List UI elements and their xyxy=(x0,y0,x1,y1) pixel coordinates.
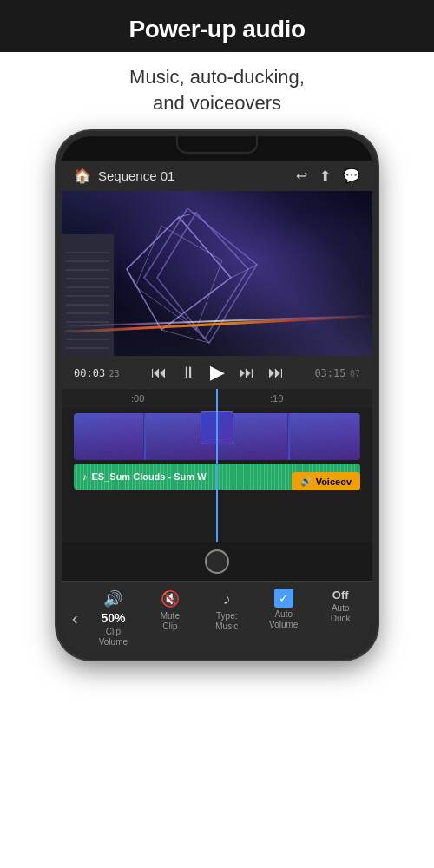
mute-icon: 🔇 xyxy=(161,589,180,609)
phone-wrapper: 🏠 Sequence 01 ↩ ⬆ 💬 xyxy=(0,131,434,660)
bottom-toolbar: ‹ 🔊 50% ClipVolume 🔇 MuteClip ♪ Type:Mus… xyxy=(62,581,372,654)
phone-notch xyxy=(62,136,372,161)
clip-volume-label: ClipVolume xyxy=(99,627,128,648)
timecode-bar: 00:03 23 ⏮ ⏸ ▶ ⏭ ⏭ 03:15 07 xyxy=(62,356,372,389)
timeline-ruler: :00 :10 xyxy=(62,389,372,408)
step-back-icon[interactable]: ⏸ xyxy=(181,364,196,382)
header-title: Power-up audio xyxy=(17,16,417,43)
home-icon[interactable]: 🏠 xyxy=(74,168,91,184)
skip-to-start-icon[interactable]: ⏮ xyxy=(151,364,167,382)
header-banner: Power-up audio xyxy=(0,0,434,52)
auto-duck-label: AutoDuck xyxy=(331,603,351,624)
video-thumb-4 xyxy=(290,413,360,460)
timecode-current: 00:03 23 xyxy=(74,365,120,380)
timeline-playhead-line xyxy=(216,389,218,408)
music-track-label: ♪ ES_Sum Clouds - Sum W xyxy=(82,471,207,482)
share-icon[interactable]: ⬆ xyxy=(319,168,331,184)
voiceover-icon: 🔊 xyxy=(300,476,312,487)
video-preview xyxy=(62,191,372,356)
timeline-playhead xyxy=(216,408,218,542)
auto-volume-checkbox[interactable]: ✓ xyxy=(274,589,293,608)
auto-duck-value: Off xyxy=(332,589,349,602)
comment-icon[interactable]: 💬 xyxy=(343,168,360,184)
music-note-icon: ♪ xyxy=(82,471,88,482)
toolbar-item-clip-volume[interactable]: 🔊 50% ClipVolume xyxy=(91,589,135,648)
ruler-ten-mark: :10 xyxy=(270,393,283,404)
mute-clip-label: MuteClip xyxy=(161,611,180,632)
playback-controls: ⏮ ⏸ ▶ ⏭ ⏭ xyxy=(151,361,284,384)
ruler-zero-mark: :00 xyxy=(131,393,144,404)
voiceover-clip[interactable]: 🔊 Voiceov xyxy=(292,472,360,490)
project-title: Sequence 01 xyxy=(98,168,289,183)
music-type-icon: ♪ xyxy=(223,589,231,609)
clip-volume-value: 50% xyxy=(101,611,125,625)
skip-to-end-icon[interactable]: ⏭ xyxy=(268,364,284,382)
scrubber-handle[interactable] xyxy=(205,549,229,574)
toolbar-item-auto-volume[interactable]: ✓ AutoVolume xyxy=(262,589,306,630)
building-silhouette xyxy=(62,234,114,356)
step-forward-icon[interactable]: ⏭ xyxy=(239,364,254,382)
svg-line-5 xyxy=(127,269,135,286)
toolbar-item-auto-duck[interactable]: Off AutoDuck xyxy=(319,589,362,624)
timeline-tracks[interactable]: 🔊 Voiceov ♪ ES_Sum Clouds - Sum W xyxy=(62,408,372,542)
scrubber-row xyxy=(62,542,372,581)
toolbar-item-type-music[interactable]: ♪ Type:Music xyxy=(205,589,248,632)
video-thumb-1 xyxy=(74,413,144,460)
phone-device: 🏠 Sequence 01 ↩ ⬆ 💬 xyxy=(56,131,378,660)
header-subtitle: Music, auto-ducking,and voiceovers xyxy=(0,52,434,131)
app-topbar: 🏠 Sequence 01 ↩ ⬆ 💬 xyxy=(62,161,372,191)
toolbar-item-mute-clip[interactable]: 🔇 MuteClip xyxy=(148,589,192,632)
play-button[interactable]: ▶ xyxy=(210,361,225,384)
timecode-total: 03:15 07 xyxy=(314,365,360,380)
type-music-label: Type:Music xyxy=(215,611,238,632)
voiceover-label: Voiceov xyxy=(316,477,352,487)
undo-icon[interactable]: ↩ xyxy=(296,168,307,184)
topbar-actions: ↩ ⬆ 💬 xyxy=(296,168,360,184)
auto-volume-label: AutoVolume xyxy=(269,609,298,630)
toolbar-items: 🔊 50% ClipVolume 🔇 MuteClip ♪ Type:Music… xyxy=(85,589,369,648)
volume-icon: 🔊 xyxy=(103,589,122,609)
toolbar-nav-back[interactable]: ‹ xyxy=(65,608,85,628)
